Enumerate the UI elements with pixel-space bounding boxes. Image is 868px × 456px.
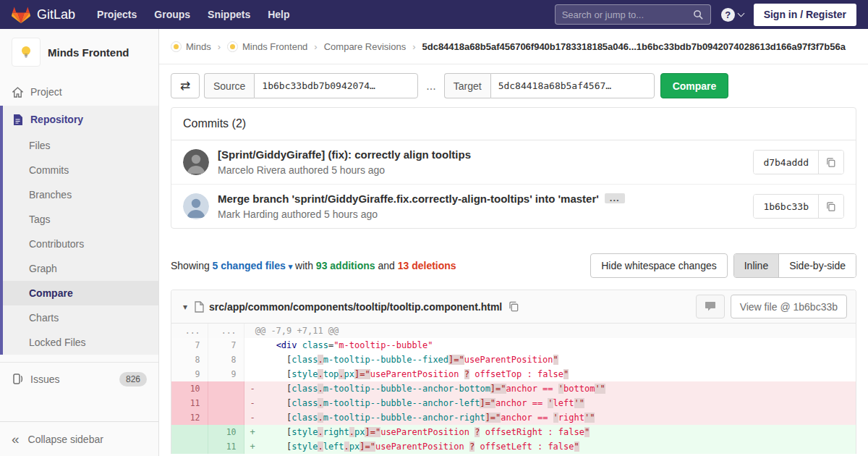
- side-by-side-view-button[interactable]: Side-by-side: [778, 254, 856, 277]
- sidebar-item-contributors[interactable]: Contributors: [3, 232, 158, 256]
- gitlab-logo[interactable]: GitLab: [12, 6, 75, 24]
- compare-revisions-form: ⇄ Source ... Target Compare: [171, 73, 856, 98]
- search-input[interactable]: [562, 9, 693, 20]
- diff-line-code: @@ -7,9 +7,11 @@: [244, 324, 856, 338]
- search-icon[interactable]: [693, 9, 704, 20]
- diff-old-line-number[interactable]: 11: [171, 396, 208, 410]
- sidebar-item-label: Project: [30, 86, 62, 98]
- changed-files-dropdown[interactable]: 5 changed files ▾: [213, 260, 293, 271]
- repository-subitems: Files Commits Branches Tags Contributors…: [3, 133, 158, 355]
- hide-whitespace-button[interactable]: Hide whitespace changes: [590, 253, 728, 278]
- chevron-down-icon: [737, 9, 744, 17]
- diff-old-line-number[interactable]: 8: [171, 352, 208, 367]
- diff-old-line-number[interactable]: 12: [171, 410, 208, 425]
- main-content: Minds › Minds Frontend › Compare Revisio…: [159, 0, 868, 454]
- commit-sha[interactable]: 1b6bc33b: [754, 195, 818, 218]
- nav-menu-projects[interactable]: Projects: [88, 0, 145, 29]
- diff-new-line-number[interactable]: 7: [208, 338, 244, 352]
- diff-line: 10 + [style.right.px]="useParentPosition…: [171, 425, 856, 439]
- diff-new-line-number[interactable]: [208, 396, 244, 410]
- copy-file-path-button[interactable]: [509, 301, 519, 312]
- sidebar-item-commits[interactable]: Commits: [3, 158, 158, 182]
- sidebar-item-compare[interactable]: Compare: [3, 281, 158, 305]
- nav-menu-help[interactable]: Help: [259, 0, 298, 29]
- commit-author-line: Mark Harding authored 5 hours ago: [218, 208, 753, 220]
- view-file-button[interactable]: View file @ 1b6bc33b: [731, 295, 847, 318]
- nav-menu-snippets[interactable]: Snippets: [199, 0, 259, 29]
- breadcrumb: Minds › Minds Frontend › Compare Revisio…: [159, 29, 868, 64]
- diff-old-line-number[interactable]: ...: [171, 324, 208, 338]
- revisions-separator: ...: [426, 80, 435, 93]
- diff-new-line-number[interactable]: 8: [208, 352, 244, 367]
- showing-label: Showing: [171, 260, 210, 271]
- commit-expander-button[interactable]: ...: [605, 193, 625, 203]
- project-header[interactable]: Minds Frontend: [0, 29, 158, 78]
- breadcrumb-link[interactable]: Minds Frontend: [227, 41, 307, 52]
- diff-old-line-number[interactable]: 10: [171, 381, 208, 396]
- commit-title[interactable]: Merge branch 'sprint/GiddyGiraffe.fix.co…: [218, 193, 599, 205]
- diff-new-line-number[interactable]: 10: [208, 425, 244, 439]
- target-input-group: Target: [444, 73, 655, 98]
- diff-old-line-number[interactable]: 9: [171, 367, 208, 381]
- diff-new-line-number[interactable]: [208, 410, 244, 425]
- group-avatar-icon: [227, 41, 238, 52]
- collapse-sidebar-button[interactable]: « Collapse sidebar: [0, 421, 158, 456]
- sidebar-nav: Project Repository Files Commits Branche…: [0, 78, 158, 421]
- sidebar-item-tags[interactable]: Tags: [3, 207, 158, 232]
- source-input-group: Source: [204, 73, 418, 98]
- diff-new-line-number[interactable]: 9: [208, 367, 244, 381]
- sidebar-item-files[interactable]: Files: [3, 133, 158, 158]
- breadcrumb-link[interactable]: Compare Revisions: [324, 41, 406, 52]
- sidebar-item-label: Issues: [30, 373, 59, 385]
- commit-list: [Sprint/GiddyGiraffe] (fix): correctly a…: [171, 140, 856, 228]
- compare-button[interactable]: Compare: [660, 73, 729, 98]
- commit-sha-group: d7b4addd: [753, 150, 844, 174]
- file-path: src/app/common/components/tooltip/toolti…: [209, 301, 502, 313]
- diff-old-line-number[interactable]: 7: [171, 338, 208, 352]
- nav-menu-groups[interactable]: Groups: [145, 0, 199, 29]
- inline-view-button[interactable]: Inline: [734, 254, 778, 277]
- sidebar-item-issues[interactable]: Issues 826: [0, 362, 158, 395]
- sidebar-item-branches[interactable]: Branches: [3, 182, 158, 207]
- issues-count-badge: 826: [119, 372, 147, 387]
- help-icon: ?: [721, 8, 735, 22]
- collapse-file-caret-icon[interactable]: ▾: [183, 302, 187, 312]
- swap-revisions-button[interactable]: ⇄: [171, 73, 200, 98]
- changes-summary: Showing 5 changed files ▾ with 93 additi…: [171, 260, 456, 271]
- document-icon: [12, 114, 23, 125]
- sidebar-item-graph[interactable]: Graph: [3, 256, 158, 281]
- home-icon: [12, 87, 23, 98]
- target-label: Target: [444, 73, 490, 98]
- source-revision-input[interactable]: [254, 73, 418, 98]
- comment-bubble-icon: [705, 301, 716, 312]
- diff-line: 10 - [class.m-tooltip--bubble--anchor-bo…: [171, 381, 856, 396]
- toggle-comments-button[interactable]: [696, 295, 725, 318]
- target-revision-input[interactable]: [490, 73, 655, 98]
- diff-old-line-number[interactable]: [171, 425, 208, 439]
- breadcrumb-link[interactable]: Minds: [171, 41, 211, 52]
- diff-old-line-number[interactable]: [171, 439, 208, 454]
- commit-sha[interactable]: d7b4addd: [754, 151, 818, 174]
- commit-author-line: Marcelo Rivera authored 5 hours ago: [218, 164, 753, 176]
- diff-new-line-number[interactable]: ...: [208, 324, 244, 338]
- collapse-sidebar-label: Collapse sidebar: [28, 434, 103, 445]
- diff-line: 8 8 [class.m-tooltip--bubble--fixed]="us…: [171, 352, 856, 367]
- diff-new-line-number[interactable]: [208, 381, 244, 396]
- commit-title[interactable]: [Sprint/GiddyGiraffe] (fix): correctly a…: [218, 148, 471, 161]
- sidebar-item-charts[interactable]: Charts: [3, 305, 158, 330]
- commits-header: Commits (2): [171, 108, 856, 140]
- diff-new-line-number[interactable]: 11: [208, 439, 244, 454]
- copy-sha-button[interactable]: [818, 195, 843, 218]
- sidebar-item-locked-files[interactable]: Locked Files: [3, 330, 158, 355]
- diff-line-code: - [class.m-tooltip--bubble--anchor-botto…: [244, 381, 856, 396]
- group-avatar-icon: [171, 41, 182, 52]
- diff-view-toggle: Inline Side-by-side: [733, 253, 856, 278]
- help-dropdown[interactable]: ?: [721, 8, 744, 22]
- diff-line: 7 7 <div class="m-tooltip--bubble": [171, 338, 856, 352]
- diff-line: ... ... @@ -7,9 +7,11 @@: [171, 324, 856, 338]
- sidebar-item-project[interactable]: Project: [0, 78, 158, 106]
- diff-line: 11 - [class.m-tooltip--bubble--anchor-le…: [171, 396, 856, 410]
- copy-sha-button[interactable]: [818, 151, 843, 174]
- sign-in-register-button[interactable]: Sign in / Register: [754, 4, 856, 26]
- sidebar-item-repository[interactable]: Repository: [3, 106, 158, 133]
